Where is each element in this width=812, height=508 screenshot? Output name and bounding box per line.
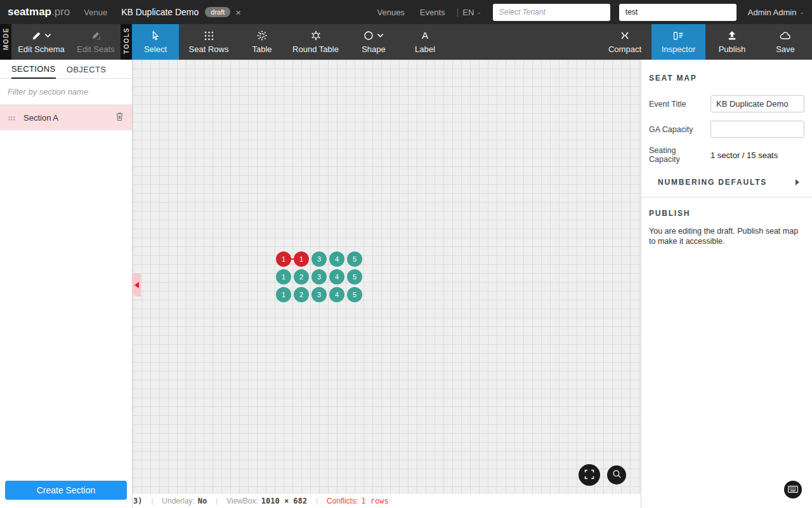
seat-grid-icon [204, 30, 214, 41]
compact-button[interactable]: Compact [598, 24, 652, 60]
sections-sidebar: SECTIONS OBJECTS Section A Create Sectio… [0, 60, 133, 508]
tool-select-button[interactable]: Select [132, 24, 179, 60]
conflicts-value: 1 rows [361, 497, 388, 505]
chevron-down-icon [44, 33, 51, 38]
chevron-right-icon [796, 179, 799, 185]
upload-icon [727, 30, 737, 41]
seatmap-canvas[interactable]: 113451234512345 3) | Underlay: No | View… [133, 60, 641, 508]
trash-icon[interactable] [115, 112, 124, 124]
status-fragment: 3) [133, 497, 142, 505]
compact-icon [620, 30, 630, 41]
seat-row: 12345 [276, 269, 362, 284]
account-menu[interactable]: Admin Admin⌄ [748, 8, 804, 17]
seat[interactable]: 5 [347, 251, 362, 267]
publish-description: You are editing the draft. Publish seat … [649, 227, 800, 246]
event-title-label: Event Title [649, 100, 705, 109]
venue-breadcrumb[interactable]: Venue [84, 8, 107, 17]
seat[interactable]: 2 [294, 287, 309, 302]
language-selector[interactable]: EN⌄ [462, 8, 481, 17]
fullscreen-button[interactable] [579, 464, 600, 486]
status-bar: 3) | Underlay: No | ViewBox: 1010 × 682 … [133, 494, 641, 508]
edit-seats-button: Edit Seats [71, 24, 121, 60]
fullscreen-icon [584, 469, 594, 481]
seat[interactable]: 2 [294, 269, 309, 284]
seat-row: 12345 [276, 287, 362, 302]
seating-capacity-label: Seating Capacity [649, 146, 705, 164]
seat[interactable]: 4 [329, 251, 344, 267]
ga-capacity-label: GA Capacity [649, 125, 705, 134]
search-icon [612, 469, 622, 481]
keyboard-icon [788, 485, 798, 495]
tool-seat-rows-button[interactable]: Seat Rows [179, 24, 239, 60]
seat[interactable]: 3 [311, 287, 327, 302]
seat-row: 11345 [276, 251, 362, 267]
editor-toolbar: MODE Edit Schema Edit Seats TOOLS Select… [0, 24, 812, 60]
tool-round-table-button[interactable]: Round Table [285, 24, 346, 60]
chevron-down-icon: ⌄ [799, 9, 804, 15]
viewbox-label: ViewBox: [226, 497, 258, 505]
app-logo: seatmap.pro [8, 6, 70, 18]
cursor-icon [150, 30, 160, 41]
edit-schema-button[interactable]: Edit Schema [11, 24, 71, 60]
tab-objects[interactable]: OBJECTS [67, 65, 107, 78]
seat[interactable]: 5 [347, 269, 362, 284]
tools-strip: TOOLS [121, 24, 132, 60]
seating-capacity-value: 1 sector / 15 seats [710, 150, 804, 160]
cloud-icon [780, 30, 791, 41]
sidebar-collapse-handle[interactable] [132, 273, 141, 297]
seat[interactable]: 3 [311, 251, 327, 267]
top-header: seatmap.pro Venue KB Duplicate Demo draf… [0, 0, 812, 24]
inspector-panel-icon [673, 30, 684, 41]
document-title: KB Duplicate Demo [121, 7, 199, 17]
seat[interactable]: 4 [329, 287, 344, 302]
section-list-item[interactable]: Section A [0, 105, 132, 130]
table-icon [257, 30, 267, 41]
label-a-icon: A [422, 30, 428, 41]
zoom-search-button[interactable] [607, 465, 626, 485]
round-table-icon [311, 30, 321, 41]
seat[interactable]: 3 [311, 269, 327, 284]
underlay-label: Underlay: [162, 497, 194, 505]
seat[interactable]: 1 [276, 287, 291, 302]
seat-grid: 113451234512345 [276, 251, 362, 302]
nav-events[interactable]: Events [420, 8, 445, 17]
seat[interactable]: 4 [329, 269, 344, 284]
event-title-input[interactable] [710, 95, 804, 112]
collapse-arrow-icon [134, 282, 139, 288]
inspector-panel: SEAT MAP Event Title GA Capacity Seating… [641, 60, 812, 508]
panel-divider [641, 197, 812, 197]
drag-handle-icon[interactable] [8, 112, 15, 123]
create-section-button[interactable]: Create Section [5, 481, 127, 500]
keyboard-shortcuts-button[interactable] [784, 481, 802, 498]
numbering-defaults-toggle[interactable]: NUMBERING DEFAULTS [658, 178, 804, 187]
header-divider: | [457, 7, 459, 17]
publish-heading: PUBLISH [649, 209, 804, 218]
tenant-select-input[interactable] [493, 4, 610, 21]
underlay-value: No [198, 497, 207, 505]
seat[interactable]: 5 [347, 287, 362, 302]
publish-button[interactable]: Publish [705, 24, 759, 60]
seat-map-heading: SEAT MAP [649, 74, 804, 83]
seat-conflict[interactable]: 1 [294, 251, 309, 267]
search-input[interactable] [619, 4, 737, 21]
tool-label-button[interactable]: A Label [402, 24, 449, 60]
seat[interactable]: 1 [276, 269, 291, 284]
save-button[interactable]: Save [759, 24, 812, 60]
inspector-button[interactable]: Inspector [652, 24, 705, 60]
close-icon[interactable]: × [235, 7, 241, 18]
shape-circle-icon [363, 30, 374, 41]
pencil-dots-icon [91, 31, 101, 41]
pencil-icon [32, 31, 41, 41]
tool-table-button[interactable]: Table [239, 24, 285, 60]
viewbox-value: 1010 × 682 [261, 497, 307, 505]
seat-conflict[interactable]: 1 [276, 251, 291, 267]
ga-capacity-input[interactable] [710, 121, 804, 138]
chevron-down-icon [377, 33, 384, 38]
section-filter-input[interactable] [0, 87, 132, 97]
mode-strip: MODE [0, 24, 11, 60]
nav-venues[interactable]: Venues [377, 8, 404, 17]
tab-sections[interactable]: SECTIONS [11, 64, 56, 79]
section-name: Section A [23, 113, 107, 123]
tool-shape-button[interactable]: Shape [346, 24, 402, 60]
chevron-down-icon: ⌄ [476, 9, 481, 15]
